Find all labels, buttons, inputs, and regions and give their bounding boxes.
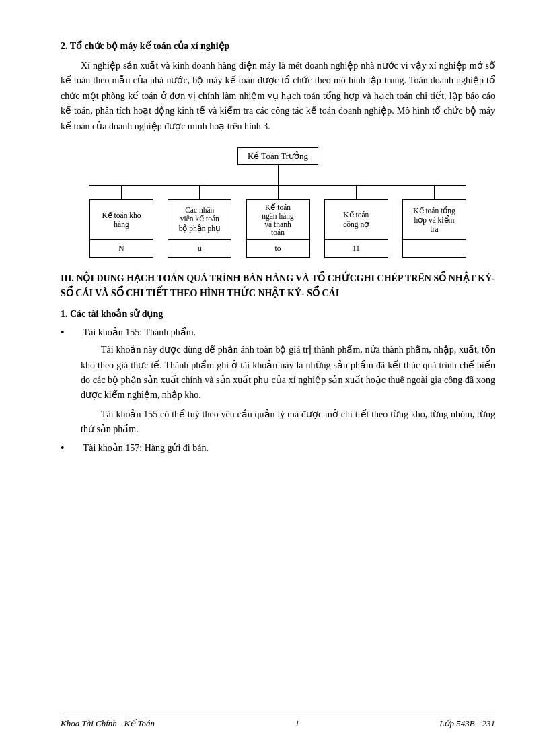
section3-heading: III. NỘI DUNG HẠCH TOÁN QUÁ TRÌNH BÁN HÀ… [61,271,495,302]
org-vline-4 [356,186,357,199]
org-child-box-2: Các nhânviên kế toánbộ phận phụ [168,199,231,240]
bullet-dot-2: • [61,442,65,454]
org-child-bottom-4: 11 [324,239,388,258]
org-children-row: Kế toán khohàng N Các nhânviên kế toánbộ… [89,186,466,258]
org-vline-1 [121,186,122,199]
section3-1-heading: 1. Các tài khoản sử dụng [61,308,495,320]
org-child-1: Kế toán khohàng N [89,186,153,258]
org-child-3: Kế toánngân hàngvà thanhtoán to [246,186,310,258]
org-child-bottom-1: N [89,239,153,258]
page-footer: Khoa Tài Chính - Kế Toán 1 Lớp 543B - 23… [61,714,495,729]
org-child-bottom-3: to [246,239,310,258]
org-vline-5 [434,186,435,199]
org-child-2: Các nhânviên kế toánbộ phận phụ u [168,186,231,258]
org-root-box: Kế Toán Trưởng [237,147,318,165]
page-content: 2. Tổ chức bộ máy kế toán của xí nghiệp … [61,40,495,456]
footer-center: 1 [295,718,299,729]
org-hbar [89,185,466,186]
footer-left: Khoa Tài Chính - Kế Toán [61,718,155,729]
bullet-item-1: • Tài khoản 155: Thành phẩm. [61,325,495,340]
org-child-box-5: Kế toán tổnghợp và kiểmtra [402,199,466,240]
org-child-box-4: Kế toáncông nợ [324,199,388,240]
bullet-label-2: Tài khoản 157: Hàng gửi đi bán. [70,441,495,456]
bullet-label-1: Tài khoản 155: Thành phẩm. [70,325,495,340]
org-vline-3 [278,186,279,199]
org-connector-root [278,165,279,185]
bullet1-para1: Tài khoản này được dùng để phản ánh toàn… [81,343,495,403]
org-child-5: Kế toán tổnghợp và kiểmtra [402,186,466,258]
org-child-box-1: Kế toán khohàng [89,199,153,240]
org-child-bottom-2: u [168,239,231,258]
org-child-bottom-5 [402,239,466,258]
org-vline-2 [199,186,200,199]
bullet1-para2: Tài khoản 155 có thể tuỳ theo yêu cầu qu… [81,407,495,438]
section2-heading: 2. Tổ chức bộ máy kế toán của xí nghiệp [61,40,495,52]
org-chart: Kế Toán Trưởng Kế toán khohàng N Các nhâ… [61,147,495,258]
footer-right: Lớp 543B - 231 [439,718,495,729]
bullet-item-2: • Tài khoản 157: Hàng gửi đi bán. [61,441,495,456]
section2-paragraph1: Xí nghiệp sản xuất và kinh doanh hàng đi… [61,59,495,134]
org-child-box-3: Kế toánngân hàngvà thanhtoán [246,199,310,240]
bullet-dot-1: • [61,327,65,339]
org-child-4: Kế toáncông nợ 11 [324,186,388,258]
